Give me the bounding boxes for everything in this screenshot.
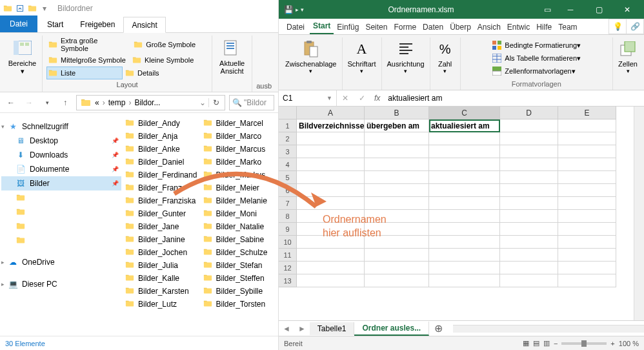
sidebar-downloads[interactable]: ⬇Downloads📌 bbox=[1, 148, 121, 162]
list-item[interactable]: Bilder_Meier bbox=[201, 181, 279, 194]
cell-E6[interactable] bbox=[558, 184, 616, 197]
nav-back-icon[interactable]: ← bbox=[4, 96, 18, 110]
zoom-slider[interactable] bbox=[561, 342, 607, 345]
breadcrumb-temp[interactable]: temp bbox=[107, 98, 127, 107]
qat-properties-icon[interactable] bbox=[15, 3, 25, 14]
tab-share[interactable]: Freigeben bbox=[72, 16, 123, 32]
cell-B9[interactable] bbox=[365, 223, 429, 236]
refresh-icon[interactable]: ↻ bbox=[208, 98, 223, 107]
view-page-icon[interactable]: ▤ bbox=[533, 339, 539, 347]
list-item[interactable]: Bilder_Marko bbox=[201, 156, 279, 169]
fx-icon[interactable]: fx bbox=[370, 94, 384, 103]
cell-B10[interactable] bbox=[365, 236, 429, 249]
cell-D11[interactable] bbox=[500, 249, 558, 262]
row-header-6[interactable]: 6 bbox=[279, 184, 297, 197]
cell-D12[interactable] bbox=[500, 262, 558, 274]
cell-E10[interactable] bbox=[558, 236, 616, 249]
layout-lg_icons[interactable]: Große Symbole bbox=[132, 38, 208, 51]
cell-C6[interactable] bbox=[429, 184, 500, 197]
qat-arrow-icon[interactable]: ▸ bbox=[296, 6, 299, 13]
search-input[interactable]: 🔍 "Bildor bbox=[229, 95, 274, 110]
list-item[interactable]: Bilder_Anja bbox=[123, 130, 201, 143]
list-item[interactable]: Bilder_Melanie bbox=[201, 194, 279, 207]
cell-C3[interactable] bbox=[429, 145, 500, 158]
list-item[interactable]: Bilder_Lutz bbox=[123, 298, 201, 311]
sidebar-recent-folder[interactable] bbox=[1, 190, 121, 205]
cell-B5[interactable] bbox=[365, 171, 429, 184]
cell-B4[interactable] bbox=[365, 158, 429, 171]
crumb-sep-icon[interactable]: › bbox=[126, 98, 133, 107]
sheet-tab-tabelle1[interactable]: Tabelle1 bbox=[310, 322, 355, 335]
qat-dropdown-icon[interactable]: ▾ bbox=[39, 3, 50, 14]
list-item[interactable]: Bilder_Karsten bbox=[123, 285, 201, 298]
vertical-scrollbar[interactable] bbox=[634, 107, 644, 320]
col-header-D[interactable]: D bbox=[500, 107, 558, 119]
maximize-button[interactable]: ▢ bbox=[585, 0, 613, 19]
list-item[interactable]: Bilder_Marcel bbox=[201, 117, 279, 130]
row-header-10[interactable]: 10 bbox=[279, 236, 297, 249]
sidebar-recent-folder[interactable] bbox=[1, 233, 121, 247]
tab-home[interactable]: Start bbox=[310, 19, 334, 34]
list-item[interactable]: Bilder_Marcus bbox=[201, 143, 279, 156]
cell-E3[interactable] bbox=[558, 145, 616, 158]
cell-D7[interactable] bbox=[500, 197, 558, 210]
sidebar-this-pc[interactable]: ▸💻Dieser PC bbox=[1, 277, 121, 291]
cell-A4[interactable] bbox=[297, 158, 365, 171]
cell-C5[interactable] bbox=[429, 171, 500, 184]
cell-A12[interactable] bbox=[297, 262, 365, 274]
formula-accept-icon[interactable]: ✓ bbox=[354, 90, 370, 106]
cell-A6[interactable] bbox=[297, 184, 365, 197]
panes-button[interactable]: Bereiche ▾ bbox=[6, 36, 38, 77]
alignment-button[interactable]: Ausrichtung▾ bbox=[385, 37, 427, 76]
sheet-tab-ordner-auslesen[interactable]: Ordner ausles... bbox=[354, 322, 429, 336]
name-box[interactable]: C1▼ bbox=[279, 90, 337, 106]
cell-A3[interactable] bbox=[297, 145, 365, 158]
zoom-out-icon[interactable]: − bbox=[554, 340, 558, 347]
cell-C4[interactable] bbox=[429, 158, 500, 171]
row-header-7[interactable]: 7 bbox=[279, 197, 297, 210]
sidebar-onedrive[interactable]: ▸☁OneDrive bbox=[1, 255, 121, 269]
cell-E9[interactable] bbox=[558, 223, 616, 236]
cell-styles-button[interactable]: Zellenformatvorlagen ▾ bbox=[490, 65, 576, 77]
list-item[interactable]: Bilder_Stefan bbox=[201, 259, 279, 272]
cell-A2[interactable] bbox=[297, 132, 365, 145]
tab-view[interactable]: Ansicht bbox=[123, 17, 165, 33]
tab-team[interactable]: Team bbox=[555, 20, 580, 34]
number-button[interactable]: %Zahl▾ bbox=[434, 37, 457, 76]
list-item[interactable]: Bilder_Torsten bbox=[201, 298, 279, 311]
qat-new-folder-icon[interactable] bbox=[27, 3, 37, 14]
cell-D5[interactable] bbox=[500, 171, 558, 184]
cell-A5[interactable] bbox=[297, 171, 365, 184]
list-item[interactable]: Bilder_Gunter bbox=[123, 207, 201, 220]
cells-button[interactable]: Zellen▾ bbox=[616, 37, 639, 76]
list-item[interactable]: Bilder_Sybille bbox=[201, 285, 279, 298]
cell-C10[interactable] bbox=[429, 236, 500, 249]
sidebar-bilder[interactable]: 🖼Bilder📌 bbox=[1, 176, 121, 190]
cell-C9[interactable] bbox=[429, 223, 500, 236]
cell-D10[interactable] bbox=[500, 236, 558, 249]
sheet-nav-prev-icon[interactable]: ◄ bbox=[279, 324, 294, 333]
addr-dropdown-icon[interactable]: ⌄ bbox=[197, 98, 208, 107]
cell-B3[interactable] bbox=[365, 145, 429, 158]
tab-developer[interactable]: Entwic bbox=[504, 20, 533, 34]
list-item[interactable]: Bilder_Kalle bbox=[123, 272, 201, 285]
current-view-button[interactable]: Aktuelle Ansicht bbox=[216, 36, 248, 77]
row-header-3[interactable]: 3 bbox=[279, 145, 297, 158]
clipboard-button[interactable]: Zwischenablage▾ bbox=[283, 37, 339, 76]
sidebar-desktop[interactable]: 🖥Desktop📌 bbox=[1, 134, 121, 148]
font-button[interactable]: ASchriftart▾ bbox=[346, 37, 378, 76]
list-item[interactable]: Bilder_Markus bbox=[201, 169, 279, 181]
list-item[interactable]: Bilder_Anke bbox=[123, 143, 201, 156]
minimize-button[interactable]: ─ bbox=[556, 0, 585, 19]
cell-D9[interactable] bbox=[500, 223, 558, 236]
cell-B7[interactable] bbox=[365, 197, 429, 210]
col-header-C[interactable]: C bbox=[429, 107, 500, 119]
cell-E7[interactable] bbox=[558, 197, 616, 210]
row-header-4[interactable]: 4 bbox=[279, 158, 297, 171]
add-sheet-icon[interactable]: ⊕ bbox=[429, 322, 448, 335]
nav-history-icon[interactable]: ▾ bbox=[40, 96, 54, 110]
list-item[interactable]: Bilder_Moni bbox=[201, 207, 279, 220]
list-item[interactable]: Bilder_Andy bbox=[123, 117, 201, 130]
col-header-E[interactable]: E bbox=[558, 107, 616, 119]
conditional-formatting-button[interactable]: Bedingte Formatierung ▾ bbox=[490, 39, 582, 52]
